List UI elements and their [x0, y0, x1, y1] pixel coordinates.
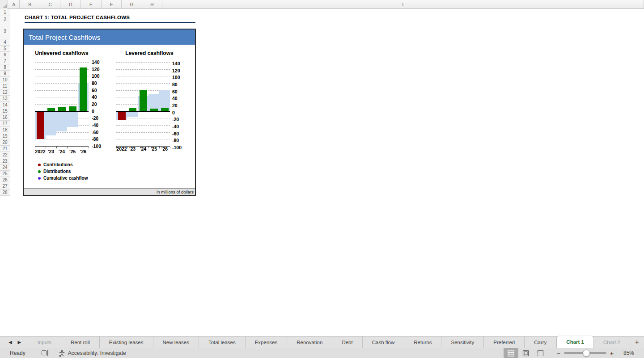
- gridline-unlevered--80: [35, 139, 89, 139]
- x-axis-tick: [116, 147, 117, 148]
- tab-scroll-right-icon[interactable]: ▶: [15, 337, 24, 348]
- row-header-4[interactable]: 4: [0, 39, 10, 46]
- tab-bar-spacer: [0, 337, 6, 348]
- column-header-E[interactable]: E: [81, 0, 102, 9]
- row-header-19[interactable]: 19: [0, 133, 10, 139]
- row-header-20[interactable]: 20: [0, 139, 10, 146]
- page-layout-view-button[interactable]: [518, 348, 533, 358]
- row-header-17[interactable]: 17: [0, 121, 10, 127]
- column-header-F[interactable]: F: [102, 0, 122, 9]
- accessibility-status-label: Accessibility: Investigate: [68, 350, 126, 356]
- bar-distributions-levered-'24[interactable]: [140, 90, 147, 111]
- tab-scroll-left-icon[interactable]: ◀: [6, 337, 15, 348]
- gridline-levered--40: [116, 125, 170, 126]
- area-cumulative-unlevered-'23: [46, 111, 56, 136]
- accessibility-status[interactable]: Accessibility: Investigate: [59, 350, 126, 357]
- chart-title-bar: Total Project Cashflows: [24, 29, 195, 45]
- row-header-26[interactable]: 26: [0, 177, 10, 183]
- row-header-3[interactable]: 3: [0, 23, 10, 39]
- row-header-2[interactable]: 2: [0, 16, 10, 23]
- sheet-tab-returns[interactable]: Returns: [404, 337, 441, 348]
- legend-item-cumulative-cashflow: Cumulative cashflow: [38, 176, 88, 181]
- column-header-H[interactable]: H: [142, 0, 162, 9]
- y-axis-label-levered-100: 100: [172, 75, 188, 80]
- sheet-tab-debt[interactable]: Debt: [332, 337, 362, 348]
- chart-units-note: in millions of dollars: [24, 188, 195, 195]
- zoom-slider-track[interactable]: [564, 352, 606, 354]
- row-header-21[interactable]: 21: [0, 146, 10, 152]
- area-cumulative-unlevered-'24: [56, 111, 67, 131]
- column-header-C[interactable]: C: [40, 0, 61, 9]
- row-header-7[interactable]: 7: [0, 58, 10, 64]
- status-bar: Ready Accessibility: Investigate: [0, 348, 644, 358]
- row-header-18[interactable]: 18: [0, 127, 10, 133]
- sheet-tab-inputs[interactable]: Inputs: [28, 337, 61, 348]
- y-axis-label-unlevered--100: -100: [92, 143, 108, 149]
- add-sheet-button[interactable]: +: [630, 337, 644, 348]
- sheet-tab-expenses[interactable]: Expenses: [246, 337, 288, 348]
- row-header-9[interactable]: 9: [0, 71, 10, 77]
- sheet-tab-rent-roll[interactable]: Rent roll: [61, 337, 100, 348]
- chart-subtitle-levered: Levered cashflows: [100, 50, 195, 56]
- column-header-I[interactable]: I: [162, 0, 644, 9]
- normal-view-button[interactable]: [504, 348, 518, 358]
- row-header-13[interactable]: 13: [0, 96, 10, 102]
- column-header-B[interactable]: B: [20, 0, 40, 9]
- gridline-levered-120: [116, 69, 170, 70]
- row-header-22[interactable]: 22: [0, 152, 10, 158]
- page-break-preview-button[interactable]: [533, 348, 548, 358]
- macro-record-icon[interactable]: [42, 350, 49, 356]
- row-header-25[interactable]: 25: [0, 171, 10, 177]
- y-axis-label-unlevered-80: 80: [92, 80, 108, 86]
- x-axis-tick: [46, 147, 46, 148]
- zoom-level[interactable]: 85%: [617, 350, 640, 356]
- sheet-tab-total-leases[interactable]: Total leases: [199, 337, 246, 348]
- row-header-15[interactable]: 15: [0, 108, 10, 114]
- y-axis-label-levered-20: 20: [172, 103, 188, 108]
- zero-axis-unlevered: [35, 111, 89, 112]
- sheet-tab-preferred[interactable]: Preferred: [484, 337, 525, 348]
- column-header-D[interactable]: D: [60, 0, 81, 9]
- sheet-tab-cash-flow[interactable]: Cash flow: [363, 337, 405, 348]
- row-header-16[interactable]: 16: [0, 114, 10, 121]
- zoom-out-button[interactable]: −: [553, 350, 564, 357]
- row-header-24[interactable]: 24: [0, 164, 10, 171]
- row-header-5[interactable]: 5: [0, 46, 10, 52]
- gridline-levered--60: [116, 132, 170, 133]
- chart-object[interactable]: Total Project Cashflows Unlevered cashfl…: [23, 29, 196, 196]
- row-header-1[interactable]: 1: [0, 9, 10, 16]
- sheet-tab-renovation[interactable]: Renovation: [287, 337, 332, 348]
- area-cumulative-unlevered-'25: [67, 111, 78, 127]
- sheet-tab-existing-leases[interactable]: Existing leases: [100, 337, 153, 348]
- row-header-27[interactable]: 27: [0, 183, 10, 190]
- chart-body: Unlevered cashflows140120100806040200-20…: [24, 45, 195, 188]
- column-header-A[interactable]: A: [8, 0, 20, 9]
- legend-label: Distributions: [43, 169, 71, 174]
- row-header-6[interactable]: 6: [0, 52, 10, 58]
- bar-contributions-unlevered-2022[interactable]: [37, 111, 44, 139]
- y-axis-label-unlevered-40: 40: [92, 94, 108, 100]
- bar-distributions-unlevered-'26[interactable]: [80, 67, 87, 111]
- zoom-slider-thumb[interactable]: [583, 350, 590, 357]
- row-header-23[interactable]: 23: [0, 158, 10, 164]
- y-axis-label-unlevered-140: 140: [92, 59, 108, 65]
- row-header-28[interactable]: 28: [0, 190, 10, 196]
- row-header-12[interactable]: 12: [0, 89, 10, 96]
- row-header-8[interactable]: 8: [0, 64, 10, 71]
- sheet-tab-chart-2[interactable]: Chart 2: [594, 337, 630, 348]
- sheet-tab-carry[interactable]: Carry: [525, 337, 556, 348]
- x-axis-tick: [78, 147, 78, 148]
- sheet-tab-sensitivity[interactable]: Sensitivity: [441, 337, 484, 348]
- select-all-corner[interactable]: [0, 0, 8, 9]
- zoom-in-button[interactable]: +: [606, 350, 617, 357]
- row-header-14[interactable]: 14: [0, 102, 10, 108]
- x-axis-tick: [159, 147, 160, 148]
- sheet-tab-new-leases[interactable]: New leases: [153, 337, 199, 348]
- y-axis-label-levered--20: -20: [172, 117, 188, 122]
- x-axis-tick: [89, 147, 89, 148]
- row-header-11[interactable]: 11: [0, 83, 10, 89]
- bar-contributions-levered-2022[interactable]: [118, 111, 126, 120]
- sheet-tab-chart-1[interactable]: Chart 1: [556, 336, 594, 348]
- row-header-10[interactable]: 10: [0, 77, 10, 83]
- column-header-G[interactable]: G: [122, 0, 142, 9]
